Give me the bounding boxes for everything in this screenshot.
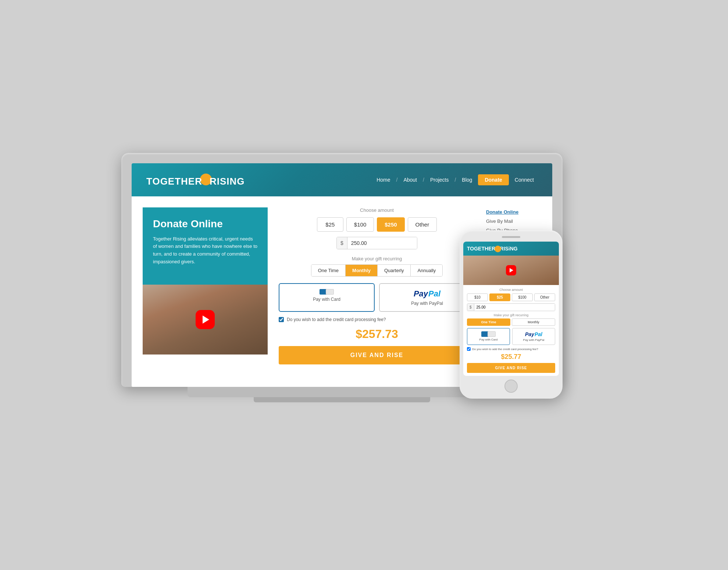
paypal-logo: PayPal bbox=[414, 289, 440, 299]
phone-logo-circle bbox=[495, 246, 501, 252]
phone-give-and-rise-button[interactable]: GIVE AND RISE bbox=[467, 363, 555, 373]
phone-pay-card-btn[interactable]: Pay with Card bbox=[467, 328, 510, 345]
monitor-foot bbox=[254, 397, 430, 402]
hero-image bbox=[143, 285, 268, 355]
cc-card-back bbox=[326, 289, 334, 295]
phone-recurring-label: Make your gift recurring bbox=[467, 313, 555, 317]
logo-part1: TOGETHER bbox=[146, 176, 202, 187]
amount-buttons: $25 $100 $250 Other bbox=[279, 217, 475, 232]
mobile-phone: TOGETHER RISiNG Choose amount $10 bbox=[460, 230, 563, 399]
phone-speaker bbox=[502, 236, 520, 238]
recurring-monthly[interactable]: Monthly bbox=[346, 265, 378, 276]
recurring-one-time[interactable]: One Time bbox=[311, 265, 346, 276]
phone-credit-card-icon bbox=[481, 331, 496, 337]
nav-blog[interactable]: Blog bbox=[458, 175, 476, 185]
paypal-p2: Pal bbox=[428, 289, 440, 299]
pci-badge: ✓ PCI bbox=[279, 368, 475, 376]
credit-card-icon bbox=[320, 289, 334, 295]
phone-paypal-logo: PayPal bbox=[525, 331, 542, 337]
phone-amount-input[interactable] bbox=[474, 304, 555, 311]
nav-home[interactable]: Home bbox=[373, 175, 394, 185]
pay-with-card-btn[interactable]: Pay with Card bbox=[279, 283, 375, 312]
logo: TOGETHERRISiNG bbox=[146, 173, 245, 187]
phone-total-amount: $25.77 bbox=[467, 353, 555, 361]
payment-methods: Pay with Card PayPal Pay with PayPal bbox=[279, 283, 475, 312]
nav-connect[interactable]: Connect bbox=[511, 175, 538, 185]
recurring-quarterly[interactable]: Quarterly bbox=[378, 265, 411, 276]
phone-screen: TOGETHER RISiNG Choose amount $10 bbox=[463, 242, 559, 376]
recurring-annually[interactable]: Annually bbox=[411, 265, 442, 276]
amount-btn-other[interactable]: Other bbox=[408, 217, 437, 232]
nav-sep2: / bbox=[423, 177, 424, 183]
nav-sep3: / bbox=[454, 177, 456, 183]
phone-play-icon bbox=[510, 268, 513, 272]
nav-projects[interactable]: Projects bbox=[427, 175, 453, 185]
site-header: TOGETHERRISiNG Home / About / Projects /… bbox=[132, 163, 552, 196]
paypal-payment-label: Pay with PayPal bbox=[411, 301, 443, 306]
recurring-buttons: One Time Monthly Quarterly Annually bbox=[311, 264, 443, 277]
phone-donation-form: Choose amount $10 $25 $100 Other $ Make … bbox=[463, 285, 559, 376]
play-icon bbox=[203, 316, 209, 324]
phone-home-button[interactable] bbox=[504, 380, 518, 393]
phone-pay-paypal-btn[interactable]: PayPal Pay with PayPal bbox=[512, 328, 555, 345]
phone-recurring-one-time[interactable]: One Time bbox=[467, 318, 510, 326]
nav-sep1: / bbox=[396, 177, 398, 183]
video-play-button[interactable] bbox=[196, 310, 215, 329]
hero-description: Together Rising alleviates critical, urg… bbox=[153, 235, 257, 266]
logo-area: TOGETHERRISiNG bbox=[146, 173, 245, 187]
phone-paypal-p1: Pay bbox=[525, 331, 534, 337]
phone-recurring-buttons: One Time Monthly bbox=[467, 318, 555, 326]
phone-video-play-button[interactable] bbox=[506, 265, 516, 275]
amount-input-row: $ bbox=[336, 237, 417, 249]
phone-choose-amount-label: Choose amount bbox=[467, 288, 555, 292]
give-and-rise-button[interactable]: GIVE AND RISE bbox=[279, 346, 475, 364]
phone-recurring-monthly[interactable]: Monthly bbox=[512, 318, 555, 326]
sidebar-link-donate-online[interactable]: Donate Online bbox=[486, 207, 538, 217]
total-amount: $257.73 bbox=[279, 327, 475, 341]
card-payment-label: Pay with Card bbox=[313, 297, 340, 302]
logo-part2: RISiNG bbox=[210, 176, 245, 187]
phone-paypal-p2: Pal bbox=[535, 331, 542, 337]
hero-title: Donate Online bbox=[153, 218, 257, 230]
amount-btn-250[interactable]: $250 bbox=[377, 217, 404, 232]
amount-prefix: $ bbox=[337, 237, 347, 249]
fee-checkbox-label: Do you wish to add the credit card proce… bbox=[287, 317, 386, 322]
phone-amt-10[interactable]: $10 bbox=[467, 293, 488, 301]
nav-donate-button[interactable]: Donate bbox=[478, 174, 508, 185]
phone-fee-checkbox[interactable] bbox=[467, 347, 471, 351]
donation-form: Choose amount $25 $100 $250 Other $ Make… bbox=[279, 207, 475, 376]
amount-btn-100[interactable]: $100 bbox=[346, 217, 374, 232]
monitor-base bbox=[188, 387, 496, 397]
phone-amt-100[interactable]: $100 bbox=[512, 293, 533, 301]
page-container: TOGETHERRISiNG Home / About / Projects /… bbox=[143, 160, 585, 410]
phone-payment-methods: Pay with Card PayPal Pay with PayPal bbox=[467, 328, 555, 345]
hero-teal-section: Donate Online Together Rising alleviates… bbox=[143, 207, 268, 285]
left-panel: Donate Online Together Rising alleviates… bbox=[143, 207, 268, 376]
amount-input[interactable] bbox=[347, 237, 417, 249]
site-nav: Home / About / Projects / Blog Donate Co… bbox=[373, 174, 538, 185]
phone-logo-part2: RISiNG bbox=[500, 246, 518, 252]
phone-paypal-label: Pay with PayPal bbox=[523, 338, 545, 342]
phone-amount-input-row: $ bbox=[467, 303, 555, 311]
phone-fee-row: Do you wish to add the credit card proce… bbox=[467, 347, 555, 351]
amount-btn-25[interactable]: $25 bbox=[317, 217, 343, 232]
phone-frame: TOGETHER RISiNG Choose amount $10 bbox=[460, 230, 563, 399]
phone-fee-label: Do you wish to add the credit card proce… bbox=[472, 348, 538, 351]
choose-amount-label: Choose amount bbox=[279, 207, 475, 213]
paypal-p1: Pay bbox=[414, 289, 428, 299]
phone-amt-other[interactable]: Other bbox=[534, 293, 555, 301]
phone-header: TOGETHER RISiNG bbox=[463, 242, 559, 256]
nav-about[interactable]: About bbox=[400, 175, 421, 185]
phone-logo-part1: TOGETHER bbox=[467, 246, 496, 252]
phone-amount-prefix: $ bbox=[467, 304, 474, 311]
recurring-label: Make your gift recurring bbox=[279, 256, 475, 261]
phone-logo: TOGETHER RISiNG bbox=[467, 245, 555, 252]
fee-checkbox[interactable] bbox=[279, 317, 284, 322]
phone-cc-back bbox=[488, 331, 496, 337]
phone-amt-25[interactable]: $25 bbox=[489, 293, 510, 301]
phone-amount-buttons: $10 $25 $100 Other bbox=[467, 293, 555, 301]
sidebar-link-give-by-mail[interactable]: Give By Mail bbox=[486, 217, 538, 226]
fee-checkbox-row: Do you wish to add the credit card proce… bbox=[279, 317, 475, 322]
phone-hero-image bbox=[463, 256, 559, 285]
phone-card-label: Pay with Card bbox=[479, 338, 498, 341]
